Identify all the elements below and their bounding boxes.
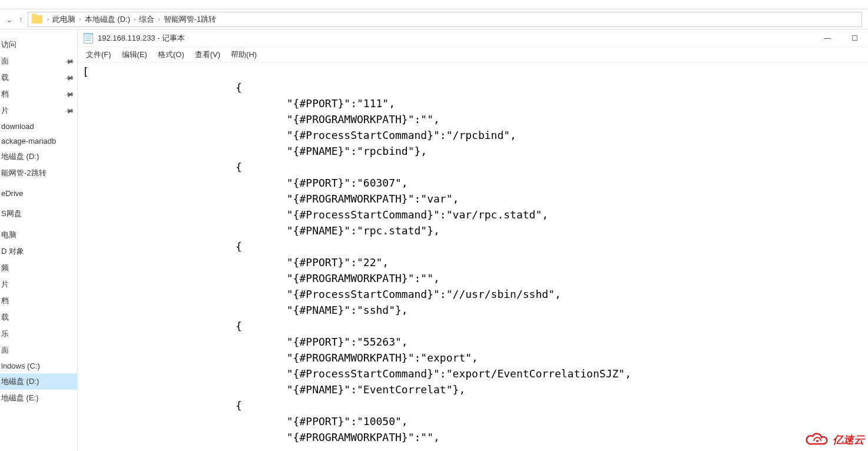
folder-icon — [32, 15, 42, 24]
sidebar: 访问面📌载📌档📌片📌downloadackage-mariadb地磁盘 (D:)… — [0, 29, 78, 451]
sidebar-item-label: 能网管-2跳转 — [1, 168, 47, 178]
sidebar-item-label: 地磁盘 (D:) — [1, 376, 39, 387]
notepad-content[interactable]: [ { "{#PPORT}":"111", "{#PROGRAMWORKPATH… — [78, 62, 868, 451]
breadcrumb-sep: › — [47, 16, 49, 22]
watermark: 亿速云 — [804, 432, 864, 447]
pin-icon: 📌 — [64, 72, 75, 84]
sidebar-item[interactable]: 片📌 — [0, 102, 77, 119]
sidebar-item-label: 载 — [1, 72, 9, 83]
nav-recent-icon[interactable]: ⌄ — [6, 15, 13, 24]
sidebar-item-label: 片 — [1, 279, 9, 290]
nav-up-icon[interactable]: ↑ — [19, 15, 23, 24]
svg-point-0 — [816, 440, 819, 442]
sidebar-item[interactable]: 乐 — [0, 326, 77, 342]
sidebar-item-label: indows (C:) — [1, 362, 40, 370]
sidebar-item[interactable]: 档📌 — [0, 86, 77, 102]
sidebar-item-label: 频 — [1, 263, 9, 273]
menu-view[interactable]: 查看(V) — [190, 48, 225, 61]
notepad-window: 192.168.119.233 - 记事本 — ☐ 文件(F) 编辑(E) 格式… — [78, 29, 868, 451]
sidebar-item[interactable]: 地磁盘 (D:) — [0, 148, 77, 165]
breadcrumb: › 此电脑 › 本地磁盘 (D:) › 综合 › 智能网管-1跳转 — [47, 14, 216, 25]
address-bar[interactable]: › 此电脑 › 本地磁盘 (D:) › 综合 › 智能网管-1跳转 — [28, 12, 862, 27]
menu-file[interactable]: 文件(F) — [81, 48, 116, 61]
sidebar-item-label: S网盘 — [1, 208, 22, 219]
window-controls: — ☐ — [814, 29, 868, 47]
cloud-icon — [804, 432, 830, 447]
sidebar-item-label: 电脑 — [1, 230, 16, 240]
sidebar-item-label: ackage-mariadb — [1, 137, 56, 145]
sidebar-item-label: 档 — [1, 89, 9, 100]
notepad-title-bar[interactable]: 192.168.119.233 - 记事本 — ☐ — [78, 29, 868, 47]
menu-format[interactable]: 格式(O) — [153, 48, 189, 61]
sidebar-item-label: 档 — [1, 296, 9, 306]
breadcrumb-sep: › — [134, 16, 135, 22]
breadcrumb-sep: › — [79, 16, 81, 22]
breadcrumb-item[interactable]: 综合 — [139, 14, 154, 25]
pin-icon: 📌 — [64, 56, 75, 67]
sidebar-item[interactable]: S网盘 — [0, 205, 77, 222]
menu-edit[interactable]: 编辑(E) — [117, 48, 152, 61]
watermark-text: 亿速云 — [833, 433, 864, 447]
sidebar-item[interactable]: 频 — [0, 260, 77, 276]
sidebar-item[interactable]: 面📌 — [0, 53, 77, 69]
nav-arrows: ⌄ ↑ — [6, 15, 23, 24]
sidebar-item-label: 片 — [1, 105, 9, 116]
sidebar-item-label: 面 — [1, 56, 9, 67]
main-area: 访问面📌载📌档📌片📌downloadackage-mariadb地磁盘 (D:)… — [0, 29, 868, 451]
breadcrumb-item[interactable]: 此电脑 — [52, 14, 75, 25]
sidebar-item[interactable]: eDrive — [0, 186, 77, 201]
breadcrumb-sep: › — [158, 16, 160, 22]
sidebar-item-label: 访问 — [1, 39, 16, 50]
sidebar-item[interactable]: 访问 — [0, 37, 77, 53]
breadcrumb-item[interactable]: 智能网管-1跳转 — [164, 14, 217, 25]
sidebar-item-label: 乐 — [1, 329, 9, 339]
sidebar-item-label: 载 — [1, 312, 9, 323]
sidebar-item-label: 面 — [1, 345, 9, 356]
sidebar-item[interactable]: 能网管-2跳转 — [0, 165, 77, 181]
sidebar-item[interactable]: 面 — [0, 342, 77, 359]
pin-icon: 📌 — [64, 89, 75, 100]
sidebar-item[interactable]: download — [0, 119, 77, 134]
sidebar-item-label: eDrive — [1, 189, 24, 198]
sidebar-item[interactable]: indows (C:) — [0, 359, 77, 373]
sidebar-item[interactable]: ackage-mariadb — [0, 134, 77, 148]
notepad-title: 192.168.119.233 - 记事本 — [98, 33, 185, 44]
sidebar-item[interactable]: 档 — [0, 293, 77, 309]
menu-help[interactable]: 帮助(H) — [226, 48, 261, 61]
sidebar-item-label: D 对象 — [1, 246, 24, 257]
notepad-menu: 文件(F) 编辑(E) 格式(O) 查看(V) 帮助(H) — [78, 47, 868, 62]
sidebar-item-label: download — [1, 122, 34, 131]
explorer-ribbon-partial — [0, 0, 868, 9]
notepad-icon — [84, 33, 93, 44]
sidebar-item[interactable]: D 对象 — [0, 243, 77, 260]
sidebar-item-label: 地磁盘 (D:) — [1, 151, 39, 162]
sidebar-item[interactable]: 载📌 — [0, 69, 77, 86]
minimize-button[interactable]: — — [814, 29, 841, 47]
sidebar-item[interactable]: 地磁盘 (D:) — [0, 373, 77, 390]
sidebar-item[interactable]: 地磁盘 (E:) — [0, 390, 77, 406]
sidebar-item[interactable]: 片 — [0, 276, 77, 293]
sidebar-item[interactable]: 载 — [0, 309, 77, 326]
maximize-button[interactable]: ☐ — [841, 29, 868, 47]
sidebar-item-label: 地磁盘 (E:) — [1, 393, 39, 403]
pin-icon: 📌 — [64, 105, 75, 117]
breadcrumb-item[interactable]: 本地磁盘 (D:) — [85, 14, 130, 25]
sidebar-item[interactable]: 电脑 — [0, 227, 77, 243]
address-bar-row: ⌄ ↑ › 此电脑 › 本地磁盘 (D:) › 综合 › 智能网管-1跳转 — [0, 9, 868, 29]
